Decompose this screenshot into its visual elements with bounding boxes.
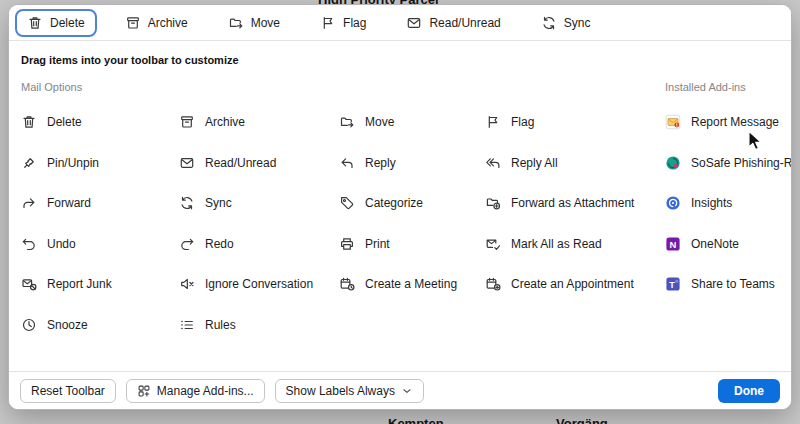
mail-icon [406, 15, 422, 31]
item-label: Ignore Conversation [205, 277, 313, 291]
printer-icon [339, 236, 355, 252]
mail-option-pin-unpin[interactable]: Pin/Unpin [21, 155, 179, 171]
onenote-icon: N [665, 236, 681, 252]
mail-option-report-junk[interactable]: Report Junk [21, 276, 179, 292]
mail-option-delete[interactable]: Delete [21, 114, 179, 130]
item-label: Redo [205, 237, 234, 251]
mail-option-move[interactable]: Move [339, 114, 485, 130]
svg-text:T: T [669, 280, 675, 290]
item-label: Read/Unread [205, 156, 276, 170]
mail-option-forward[interactable]: Forward [21, 195, 179, 211]
item-label: Print [365, 237, 390, 251]
junk-icon [21, 276, 37, 292]
mail-option-flag[interactable]: Flag [485, 114, 653, 130]
toolbar-item-delete[interactable]: Delete [15, 9, 97, 37]
item-label: Read/Unread [429, 16, 500, 30]
mail-option-rules[interactable]: Rules [179, 317, 339, 333]
item-label: Delete [47, 115, 82, 129]
mail-option-reply-all[interactable]: Reply All [485, 155, 653, 171]
item-label: Create a Meeting [365, 277, 457, 291]
show-labels-value: Show Labels Always [286, 384, 395, 398]
done-button[interactable]: Done [718, 379, 780, 403]
item-label: Share to Teams [691, 277, 775, 291]
customize-toolbar-dialog: DeleteArchiveMoveFlagRead/UnreadSync Dra… [8, 4, 792, 410]
addin-sosafe-phishing-reportin[interactable]: SoSafe Phishing-Reportin [665, 143, 792, 184]
addins-grid-icon [137, 384, 151, 398]
toolbar-item-move[interactable]: Move [216, 9, 292, 37]
mail-option-ignore-conversation[interactable]: Ignore Conversation [179, 276, 339, 292]
mail-option-create-a-meeting[interactable]: Create a Meeting [339, 276, 485, 292]
mail-option-archive[interactable]: Archive [179, 114, 339, 130]
mail-option-sync[interactable]: Sync [179, 195, 339, 211]
mute-icon [179, 276, 195, 292]
move-icon [228, 15, 244, 31]
sync-icon [179, 195, 195, 211]
mail-option-snooze[interactable]: Snooze [21, 317, 179, 333]
item-label: Delete [50, 16, 85, 30]
item-label: Snooze [47, 318, 88, 332]
mail-icon [179, 155, 195, 171]
reply-all-icon [485, 155, 501, 171]
toolbar-item-archive[interactable]: Archive [113, 9, 200, 37]
toolbar-item-sync[interactable]: Sync [529, 9, 603, 37]
item-label: OneNote [691, 237, 739, 251]
mail-option-categorize[interactable]: Categorize [339, 195, 485, 211]
item-label: Forward [47, 196, 91, 210]
mail-option-reply[interactable]: Reply [339, 155, 485, 171]
mail-check-icon [485, 236, 501, 252]
item-label: Undo [47, 237, 76, 251]
addin-onenote[interactable]: NOneNote [665, 224, 792, 265]
flag-icon [485, 114, 501, 130]
svg-text:N: N [670, 238, 677, 249]
item-label: Report Message [691, 115, 779, 129]
app-toolbar: DeleteArchiveMoveFlagRead/UnreadSync [9, 5, 791, 41]
drag-instruction: Drag items into your toolbar to customiz… [21, 54, 779, 66]
addin-insights[interactable]: Insights [665, 183, 792, 224]
mail-options-grid: DeleteArchiveMoveFlagPin/UnpinRead/Unrea… [21, 102, 653, 345]
reset-toolbar-button[interactable]: Reset Toolbar [20, 379, 116, 403]
manage-addins-button[interactable]: Manage Add-ins... [126, 379, 265, 403]
rules-icon [179, 317, 195, 333]
report-message-icon [665, 114, 681, 130]
show-labels-dropdown[interactable]: Show Labels Always [275, 379, 424, 403]
background-text-bottom-left: Kempten [388, 416, 444, 424]
trash-icon [27, 15, 43, 31]
tag-icon [339, 195, 355, 211]
toolbar-item-read-unread[interactable]: Read/Unread [394, 9, 512, 37]
undo-icon [21, 236, 37, 252]
item-label: Sync [205, 196, 232, 210]
addin-report-message[interactable]: Report Message [665, 102, 792, 143]
reply-icon [339, 155, 355, 171]
chevron-down-icon [401, 385, 413, 397]
mail-option-forward-as-attachment[interactable]: Forward as Attachment [485, 195, 653, 211]
item-label: Sync [564, 16, 591, 30]
item-label: Forward as Attachment [511, 196, 634, 210]
item-label: SoSafe Phishing-Reportin [691, 156, 792, 170]
installed-addins-section: Installed Add-ins Report MessageSoSafe P… [653, 66, 792, 305]
teams-icon: T [665, 276, 681, 292]
mail-option-redo[interactable]: Redo [179, 236, 339, 252]
installed-addins-title: Installed Add-ins [665, 81, 792, 94]
forward-icon [21, 195, 37, 211]
mail-option-mark-all-as-read[interactable]: Mark All as Read [485, 236, 653, 252]
mail-option-undo[interactable]: Undo [21, 236, 179, 252]
mail-option-read-unread[interactable]: Read/Unread [179, 155, 339, 171]
archive-icon [179, 114, 195, 130]
addin-share-to-teams[interactable]: TShare to Teams [665, 264, 792, 305]
calendar-clock-icon [339, 276, 355, 292]
mail-option-create-an-appointment[interactable]: Create an Appointment [485, 276, 653, 292]
item-label: Insights [691, 196, 732, 210]
item-label: Flag [343, 16, 366, 30]
mail-option-print[interactable]: Print [339, 236, 485, 252]
clock-icon [21, 317, 37, 333]
item-label: Archive [205, 115, 245, 129]
installed-addins-list: Report MessageSoSafe Phishing-ReportinIn… [665, 102, 792, 305]
folder-attachment-icon [485, 195, 501, 211]
pin-icon [21, 155, 37, 171]
item-label: Mark All as Read [511, 237, 602, 251]
toolbar-item-flag[interactable]: Flag [308, 9, 378, 37]
item-label: Reply All [511, 156, 558, 170]
item-label: Report Junk [47, 277, 112, 291]
archive-icon [125, 15, 141, 31]
move-icon [339, 114, 355, 130]
